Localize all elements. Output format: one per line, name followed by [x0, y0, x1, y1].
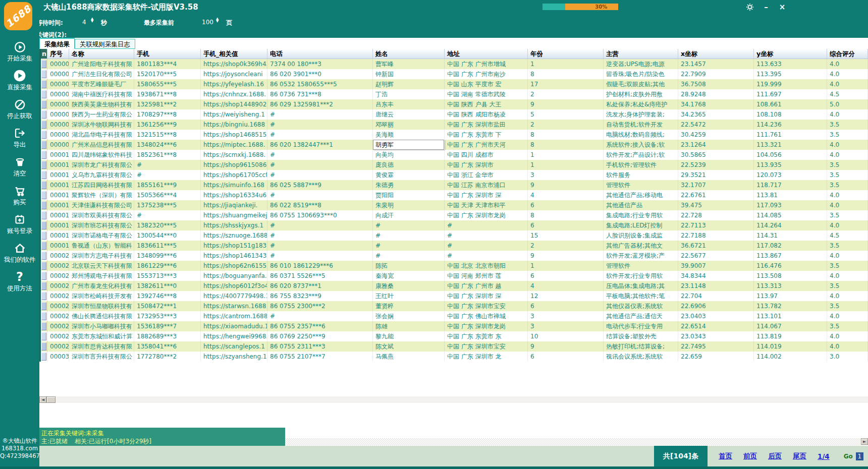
cell-地址[interactable]: 中国 陕西 户县 大王 [445, 99, 528, 109]
cell-主营[interactable]: 结算设备;塑胶外壳 [604, 331, 678, 341]
cell-地址[interactable]: 中国 广东 广州市南沙 [445, 69, 528, 79]
cell-手机[interactable]: 1300544***0 [134, 230, 201, 241]
cell-手机_相关值[interactable]: https://sznuoge.1688 [201, 230, 267, 241]
row-selector[interactable] [41, 120, 47, 130]
horizontal-scrollbar[interactable]: ◄ [39, 396, 868, 403]
cell-综合评分[interactable]: 4.0 [827, 190, 868, 200]
cell-电话[interactable]: 7374 00 180***3 [267, 59, 373, 69]
cell-综合评分[interactable]: 4.0 [827, 251, 868, 261]
cell-名称[interactable]: 东莞市东城恒和威计算 [69, 331, 134, 341]
cell-序号[interactable]: 000024 [47, 291, 69, 301]
cell-主营[interactable]: 压电晶体;集成电路;其 [604, 281, 678, 291]
cell-x坐标[interactable]: 22.6514 [678, 321, 754, 331]
cell-主营[interactable]: 电脑线材;数码音频线; [604, 130, 678, 140]
cell-名称[interactable]: 深圳市松崎科技开发有 [69, 291, 134, 301]
cell-y坐标[interactable]: 108.661 [754, 99, 827, 109]
cell-主营[interactable]: 软件开发;产品设计;软 [604, 150, 678, 160]
cell-y坐标[interactable]: 114.002 [754, 351, 827, 362]
cell-名称[interactable]: 陕西美芙康生物科技有 [69, 99, 134, 109]
sidebar-item-start-collect[interactable]: 开始采集 [7, 40, 32, 63]
scrollbar-thumb[interactable] [46, 396, 56, 403]
cell-电话[interactable]: 86 029 1325981***2 [267, 99, 373, 109]
row-selector[interactable] [41, 79, 47, 89]
cell-电话[interactable]: 86 020 3901***0 [267, 69, 373, 79]
column-header-主营[interactable]: 主营 [604, 49, 678, 58]
cell-名称[interactable]: 郑州博观电子科技有限 [69, 271, 134, 281]
cell-地址[interactable]: 中国 浙江 金华市 [445, 170, 528, 180]
cell-年份[interactable]: 9 [528, 251, 604, 261]
cell-手机[interactable]: 1708297***8 [134, 109, 201, 120]
cell-主营[interactable]: 系统软件;接入设备;软 [604, 140, 678, 150]
cell-主营[interactable]: 其他通信产品;通信天 [604, 311, 678, 321]
cell-名称[interactable]: 佛山长腾通信科技有限 [69, 311, 134, 321]
row-selector[interactable] [41, 241, 47, 251]
cell-姓名[interactable]: 陈文斌 [373, 341, 445, 351]
cell-手机[interactable]: # [134, 170, 201, 180]
cell-地址[interactable]: 中国 广东 深圳市 [445, 160, 528, 170]
cell-手机_相关值[interactable]: https://shop14685153 [201, 130, 267, 140]
cell-电话[interactable]: 86 0755 2300***2 [267, 301, 373, 311]
cell-电话[interactable]: 86 0371 5526***5 [267, 271, 373, 281]
cell-序号[interactable]: 000012 [47, 170, 69, 180]
cell-序号[interactable]: 000007 [47, 120, 69, 130]
cell-综合评分[interactable]: 3.5 [827, 180, 868, 190]
row-selector[interactable] [41, 170, 47, 180]
cell-地址[interactable]: # [445, 241, 528, 251]
cell-综合评分[interactable]: 3.5 [827, 120, 868, 130]
cell-主营[interactable]: 留香珠;吸色片/防染色 [604, 69, 678, 79]
cell-手机[interactable]: 1382320***5 [134, 220, 201, 230]
cell-综合评分[interactable]: 4.0 [827, 341, 868, 351]
cell-地址[interactable]: 中国 广东 深圳市宝安 [445, 341, 528, 351]
cell-名称[interactable]: 北京联云天下科技有限 [69, 261, 134, 271]
column-header-年份[interactable]: 年份 [528, 49, 604, 58]
cell-y坐标[interactable]: 113.782 [754, 301, 827, 311]
cell-地址[interactable]: 中国 广东 深圳市龙岗 [445, 210, 528, 220]
cell-序号[interactable]: 000008 [47, 130, 69, 140]
cell-名称[interactable]: 鲁视通（山东）智能科 [69, 241, 134, 251]
cell-x坐标[interactable]: 28.9248 [678, 89, 754, 99]
cell-主营[interactable]: 其他广告器材;其他文 [604, 241, 678, 251]
last-page-link[interactable]: 尾页 [793, 452, 806, 461]
cell-姓名[interactable]: 曹军峰 [373, 59, 445, 69]
cell-手机[interactable]: 1392746***8 [134, 291, 201, 301]
cell-y坐标[interactable]: 119.999 [754, 79, 827, 89]
cell-地址[interactable]: 中国 广东 深圳市 深 [445, 291, 528, 301]
row-selector[interactable] [41, 190, 47, 200]
cell-电话[interactable]: 86 0532 1580655***5 [267, 79, 373, 89]
cell-名称[interactable]: 深圳市诺格电子有限公 [69, 230, 134, 241]
cell-序号[interactable]: 000020 [47, 251, 69, 261]
cell-名称[interactable]: 深圳市班芯科技有限公 [69, 220, 134, 230]
column-header-y坐标[interactable]: y坐标 [754, 49, 827, 58]
cell-主营[interactable]: 手机软件;管理软件 [604, 160, 678, 170]
sidebar-item-login[interactable]: 账号登录 [7, 213, 32, 236]
sidebar-item-help[interactable]: ? 使用方法 [7, 270, 32, 293]
cell-手机[interactable]: 1348024***6 [134, 140, 201, 150]
cell-手机[interactable]: 1358041***6 [134, 341, 201, 351]
cell-名称[interactable]: 深圳市方志电子科技有 [69, 251, 134, 261]
cell-手机_相关值[interactable]: https://shop14613432 [201, 251, 267, 261]
cell-y坐标[interactable]: 113.81 [754, 190, 827, 200]
cell-年份[interactable]: 1 [528, 150, 604, 160]
cell-综合评分[interactable]: 3.5 [827, 160, 868, 170]
cell-电话[interactable]: # [267, 220, 373, 230]
cell-地址[interactable]: 中国 广东 深圳市龙岗 [445, 321, 528, 331]
cell-y坐标[interactable]: 104.056 [754, 150, 827, 160]
row-selector[interactable] [41, 150, 47, 160]
cell-综合评分[interactable]: 5.0 [827, 99, 868, 109]
cell-手机_相关值[interactable]: https://jiaqiankeji. [201, 200, 267, 210]
cell-y坐标[interactable]: 113.633 [754, 59, 827, 69]
cell-姓名[interactable]: 赵明辉 [373, 79, 445, 89]
cell-序号[interactable]: 000013 [47, 180, 69, 190]
cell-手机[interactable]: 1801183***4 [134, 59, 201, 69]
cell-手机[interactable]: 1382611***0 [134, 281, 201, 291]
cell-电话[interactable]: # [267, 130, 373, 140]
cell-电话[interactable]: 86 0755 2311***3 [267, 341, 373, 351]
cell-姓名[interactable]: 黄俊霖 [373, 170, 445, 180]
cell-名称[interactable]: 广州洁生日化有限公司 [69, 69, 134, 79]
cell-电话[interactable]: # [267, 170, 373, 180]
cell-电话[interactable]: 86 025 5887***9 [267, 180, 373, 190]
row-selector[interactable] [41, 130, 47, 140]
cell-年份[interactable]: 4 [528, 190, 604, 200]
go-page-input[interactable]: 1 [856, 452, 863, 460]
cell-姓名[interactable]: 唐继云 [373, 109, 445, 120]
